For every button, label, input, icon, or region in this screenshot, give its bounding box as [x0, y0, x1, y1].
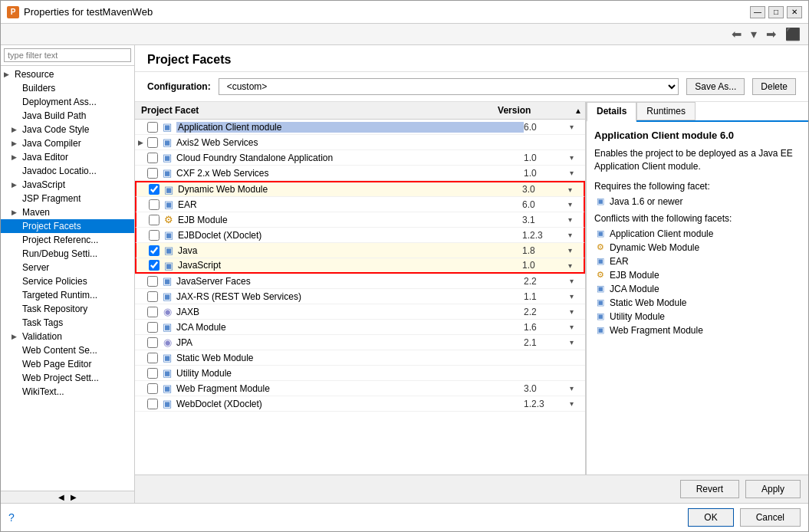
version-dropdown-icon[interactable]: ▾ [568, 261, 580, 270]
tab-runtimes[interactable]: Runtimes [636, 102, 696, 120]
facet-checkbox[interactable] [147, 322, 158, 333]
page-icon: ▣ [163, 183, 175, 195]
facet-name-label: JPA [176, 337, 524, 348]
facet-checkbox[interactable] [147, 276, 158, 287]
sidebar-item-service-policies[interactable]: Service Policies [1, 274, 134, 288]
sidebar-item-java-editor[interactable]: ▶Java Editor [1, 150, 134, 164]
col-version: Version [498, 105, 574, 116]
version-dropdown-icon[interactable]: ▾ [570, 292, 582, 300]
page-icon: ▣ [161, 152, 173, 164]
sidebar-item-java-compiler[interactable]: ▶Java Compiler [1, 136, 134, 150]
facet-row: ▣Cloud Foundry Standalone Application1.0… [135, 150, 585, 166]
version-dropdown-icon[interactable]: ▾ [570, 399, 582, 408]
facet-version-label: 3.0 [522, 184, 568, 195]
sidebar-item-label: Validation [22, 331, 62, 342]
version-dropdown-icon[interactable]: ▾ [570, 169, 582, 177]
facet-checkbox[interactable] [149, 260, 159, 271]
facet-checkbox[interactable] [149, 184, 159, 195]
facet-checkbox[interactable] [147, 168, 158, 179]
facet-checkbox[interactable] [147, 153, 158, 163]
sidebar-item-web-page-editor[interactable]: Web Page Editor [1, 357, 134, 371]
sidebar-item-java-build-path[interactable]: Java Build Path [1, 109, 134, 123]
expand-icon[interactable]: ▶ [138, 139, 147, 146]
sidebar-item-validation[interactable]: ▶Validation [1, 330, 134, 343]
page-icon: ▣ [161, 398, 173, 410]
panel-title: Project Facets [135, 45, 808, 72]
version-dropdown-icon[interactable]: ▾ [568, 231, 580, 239]
version-dropdown-icon[interactable]: ▾ [570, 307, 582, 316]
version-dropdown-icon[interactable]: ▾ [570, 384, 582, 392]
sidebar-item-wikitext-[interactable]: WikiText... [1, 385, 134, 399]
delete-button[interactable]: Delete [752, 78, 796, 95]
version-dropdown-icon[interactable]: ▾ [568, 215, 580, 224]
close-button[interactable]: ✕ [787, 6, 802, 18]
version-dropdown-icon[interactable]: ▾ [570, 323, 582, 331]
title-bar-left: P Properties for testMavenWeb [7, 6, 153, 18]
sidebar-item-java-code-style[interactable]: ▶Java Code Style [1, 123, 134, 136]
sidebar-item-deployment-ass-[interactable]: Deployment Ass... [1, 95, 134, 109]
save-as-button[interactable]: Save As... [686, 78, 745, 95]
facet-checkbox[interactable] [147, 399, 158, 409]
page-icon: ▣ [163, 229, 175, 241]
version-dropdown-icon[interactable]: ▾ [568, 200, 580, 209]
facet-checkbox[interactable] [147, 353, 158, 363]
cancel-button[interactable]: Cancel [740, 508, 801, 527]
facet-checkbox[interactable] [147, 291, 158, 302]
facet-checkbox[interactable] [149, 245, 159, 256]
sidebar-item-builders[interactable]: Builders [1, 81, 134, 95]
gear-icon: ⚙ [163, 214, 175, 226]
sidebar-item-javascript[interactable]: ▶JavaScript [1, 178, 134, 192]
facet-checkbox[interactable] [147, 368, 158, 379]
version-dropdown-icon[interactable]: ▾ [570, 153, 582, 162]
config-select[interactable]: <custom> [219, 78, 679, 95]
sidebar-item-run-debug-setti-[interactable]: Run/Debug Setti... [1, 247, 134, 261]
apply-button[interactable]: Apply [745, 480, 801, 498]
version-dropdown-icon[interactable]: ▾ [570, 123, 582, 131]
filter-input[interactable] [4, 48, 131, 62]
facet-checkbox[interactable] [149, 215, 159, 225]
page-icon: ▣ [161, 291, 173, 303]
sidebar-item-web-content-se-[interactable]: Web Content Se... [1, 343, 134, 357]
help-icon[interactable]: ? [8, 511, 15, 524]
sidebar-item-javadoc-locatio-[interactable]: Javadoc Locatio... [1, 164, 134, 178]
facet-checkbox[interactable] [147, 383, 158, 394]
tab-details[interactable]: Details [587, 102, 636, 122]
sidebar-item-maven[interactable]: ▶Maven [1, 205, 134, 219]
version-dropdown-icon[interactable]: ▾ [568, 186, 580, 194]
filter-box [1, 45, 134, 66]
ok-button[interactable]: OK [688, 508, 733, 527]
facet-checkbox[interactable] [149, 199, 159, 210]
back-button[interactable]: ⬅ [728, 25, 745, 43]
sidebar-item-label: Java Compiler [22, 138, 81, 149]
version-dropdown-icon[interactable]: ▾ [568, 246, 580, 255]
forward-button[interactable]: ➡ [763, 25, 779, 43]
facet-checkbox[interactable] [147, 137, 158, 148]
maximize-button[interactable]: □ [768, 6, 784, 18]
facet-checkbox[interactable] [147, 337, 158, 348]
sidebar-item-targeted-runtim-[interactable]: Targeted Runtim... [1, 288, 134, 302]
facet-row: ▣Static Web Module [135, 350, 585, 366]
sidebar-item-project-referenc-[interactable]: Project Referenc... [1, 233, 134, 247]
sidebar-item-resource[interactable]: ▶Resource [1, 67, 134, 81]
sidebar-item-project-facets[interactable]: Project Facets [1, 219, 134, 233]
dropdown-button[interactable]: ▾ [748, 25, 760, 43]
page-icon: ▣ [161, 321, 173, 333]
facet-checkbox[interactable] [147, 122, 158, 133]
facet-scroll-up[interactable]: ▲ [574, 107, 582, 115]
forward2-button[interactable]: ⬛ [782, 25, 804, 43]
minimize-button[interactable]: — [750, 6, 765, 18]
version-dropdown-icon[interactable]: ▾ [570, 277, 582, 285]
scroll-left-icon[interactable]: ◀ [55, 493, 67, 501]
facet-checkbox[interactable] [149, 230, 159, 241]
sidebar-item-web-project-sett-[interactable]: Web Project Sett... [1, 371, 134, 385]
version-dropdown-icon[interactable]: ▾ [570, 338, 582, 346]
sidebar-item-server[interactable]: Server [1, 261, 134, 274]
revert-button[interactable]: Revert [680, 480, 739, 498]
sidebar-item-jsp-fragment[interactable]: JSP Fragment [1, 192, 134, 205]
sidebar-item-task-repository[interactable]: Task Repository [1, 302, 134, 316]
facet-checkbox[interactable] [147, 307, 158, 317]
sidebar-item-task-tags[interactable]: Task Tags [1, 316, 134, 330]
facets-area: Project Facet Version ▲ ▣Application Cli… [135, 102, 808, 475]
plug-icon: ◉ [161, 337, 173, 349]
scroll-right-icon[interactable]: ▶ [67, 493, 80, 501]
